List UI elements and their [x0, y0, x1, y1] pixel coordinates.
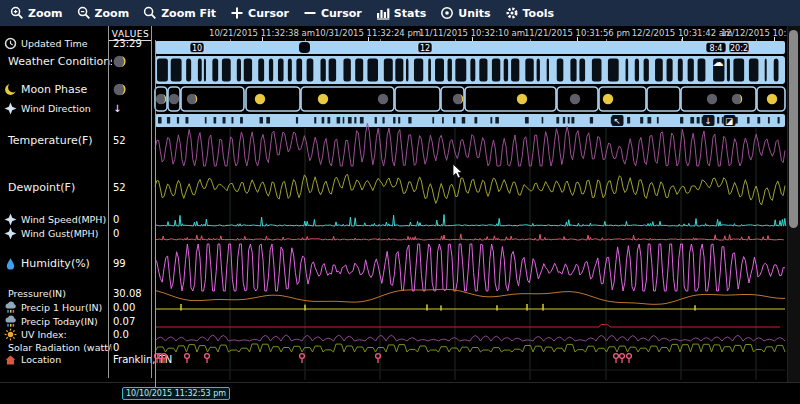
units-button[interactable]: Units: [440, 6, 490, 20]
weather-band-segment: [579, 59, 585, 82]
wind-band-tick: [490, 117, 492, 124]
wind-band-tick: [542, 117, 544, 124]
weather-band-segment: [749, 59, 759, 82]
weather-band-segment: [525, 59, 533, 82]
moon-new-icon: [169, 94, 179, 104]
wind-band-tick: [167, 117, 170, 124]
updated-band-marker-label: 8:4: [710, 44, 723, 53]
wind-band-tick: [474, 117, 477, 124]
location-pin-icon: [614, 354, 619, 359]
series-temperature: [155, 123, 785, 166]
series-pressure: [155, 289, 785, 304]
target-icon: [440, 6, 454, 20]
wind-band-tick: [647, 117, 651, 124]
wind-band-tick: [453, 117, 455, 124]
wind-band-tick: [348, 117, 352, 124]
wind-band-tick: [462, 117, 465, 124]
weather-band-segment: [448, 59, 452, 82]
wind-band-tick: [563, 117, 565, 124]
wind-band-tick: [223, 117, 226, 124]
weather-band-segment: [244, 59, 252, 82]
weather-band-segment: [635, 59, 639, 82]
wind-band-tick: [408, 117, 411, 124]
wind-band-tick: [382, 117, 384, 124]
magnifier-plus-icon: [10, 6, 24, 20]
wind-band-tick: [343, 117, 345, 124]
weather-band-segment: [557, 59, 564, 82]
series-precip-1hour: [155, 304, 785, 311]
time-cursor-line[interactable]: [155, 40, 156, 389]
magnifier-minus-icon: [77, 6, 91, 20]
series-wind-gust: [155, 234, 784, 240]
wind-band-tick: [722, 117, 724, 124]
weather-band-segment: [307, 59, 314, 82]
weather-dashboard-window: ZoomZoomZoom FitCursorCursorStatsUnitsTo…: [0, 0, 800, 404]
zoom-out-button[interactable]: Zoom: [77, 6, 130, 20]
series-uv-index: [155, 335, 785, 341]
weather-band-segment: [212, 59, 218, 82]
gear-icon: [505, 6, 519, 20]
wind-band-tick: [747, 117, 749, 124]
weather-cloud-icon: ☁: [713, 56, 724, 69]
weather-band-segment: [171, 59, 182, 82]
wind-band-tick: [525, 117, 529, 124]
weather-band-segment: [428, 59, 431, 82]
wind-band-tick: [627, 117, 630, 124]
weather-band-segment: [237, 59, 241, 82]
weather-band-segment: [435, 59, 444, 82]
weather-band-segment: [537, 59, 540, 82]
wind-band-tick: [231, 117, 233, 124]
wind-band-tick: [778, 117, 780, 124]
wind-band-icon-glyph: ↖: [613, 116, 620, 126]
updated-band-marker-label: 12: [420, 44, 430, 53]
weather-band-segment: [395, 59, 403, 82]
stats-button[interactable]: Stats: [376, 6, 426, 20]
cursor-remove-button[interactable]: Cursor: [303, 6, 362, 20]
series-precip-today: [155, 324, 780, 327]
wind-band-tick: [214, 117, 217, 124]
updated-band-blob: [299, 42, 310, 53]
wind-band-tick: [266, 117, 270, 124]
wind-band-tick: [393, 117, 395, 124]
wind-band-tick: [495, 117, 499, 124]
vertical-scrollbar-thumb[interactable]: [789, 30, 798, 228]
weather-band-segment: [570, 59, 576, 82]
weather-band-segment: [698, 59, 706, 82]
moon-full-icon: [767, 94, 777, 104]
updated-time-band[interactable]: [155, 41, 785, 54]
wind-band-icon-glyph: ◪: [725, 116, 733, 126]
wind-band-tick: [327, 117, 330, 124]
stats-label: Stats: [394, 7, 426, 20]
weather-band-segment: [727, 59, 730, 82]
weather-band-segment: [329, 59, 336, 82]
weather-band-segment: [384, 59, 393, 82]
wind-band-tick: [185, 117, 188, 124]
cursor-add-label: Cursor: [248, 7, 289, 20]
wind-band-tick: [680, 117, 683, 124]
wind-band-tick: [640, 117, 643, 124]
moon-new-icon: [378, 94, 388, 104]
moon-phase-band[interactable]: [155, 86, 785, 112]
tools-button[interactable]: Tools: [505, 6, 554, 20]
chart-area[interactable]: 10128:420:2☁↖↓◪: [0, 0, 800, 404]
cursor-timestamp-badge[interactable]: 10/10/2015 11:32:53 pm: [122, 387, 230, 400]
weather-band-segment: [157, 59, 168, 82]
weather-band-segment: [455, 59, 466, 82]
labels-values-divider: [108, 26, 109, 378]
wind-band-tick: [590, 117, 593, 124]
location-pin-icon: [627, 354, 632, 359]
weather-band-segment: [258, 59, 264, 82]
zoom-in-button[interactable]: Zoom: [10, 6, 63, 20]
updated-band-marker-label: 20:2: [730, 44, 748, 53]
weather-band-segment: [608, 59, 619, 82]
moon-full-icon: [603, 94, 613, 104]
tools-label: Tools: [523, 7, 554, 20]
units-label: Units: [458, 7, 490, 20]
weather-band-segment: [688, 59, 694, 82]
weather-band-segment: [470, 59, 475, 82]
zoom-fit-button[interactable]: Zoom Fit: [143, 6, 216, 20]
weather-band-segment: [547, 59, 549, 82]
wind-band-tick: [768, 117, 770, 124]
cursor-add-button[interactable]: Cursor: [230, 6, 289, 20]
moon-new-icon: [570, 94, 580, 104]
